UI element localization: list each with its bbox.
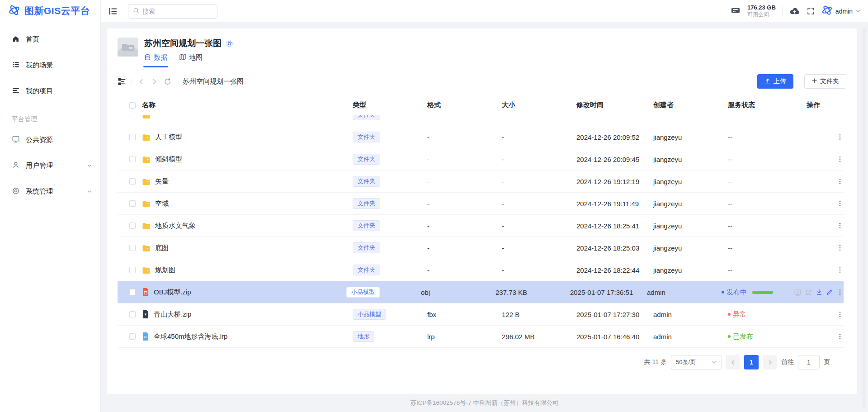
user-menu[interactable]: admin (821, 5, 861, 18)
breadcrumb[interactable]: 苏州空间规划一张图 (183, 77, 244, 86)
row-checkbox[interactable] (129, 134, 136, 140)
page-scrollbar[interactable] (863, 28, 866, 407)
tab-map[interactable]: 地图 (179, 53, 203, 67)
folder-icon (142, 115, 151, 119)
select-all-checkbox[interactable] (129, 102, 136, 109)
more-actions-icon[interactable] (836, 289, 844, 296)
row-checkbox[interactable] (129, 267, 136, 273)
file-name[interactable]: 全球450m地形含海底.lrp (154, 332, 227, 341)
sidebar-item-admin-0[interactable]: 公共资源 (0, 127, 100, 153)
file-name[interactable]: 青山大桥.zip (154, 310, 191, 319)
file-name[interactable]: 倾斜模型 (155, 155, 182, 164)
footer-text: 苏ICP备16002578号-7 中科图新（苏州）科技有限公司 (101, 394, 868, 412)
sidebar-item-main-1[interactable]: 我的场景 (0, 52, 100, 78)
table-row[interactable]: 文件夹 (118, 115, 844, 126)
more-actions-icon[interactable] (836, 244, 844, 251)
row-checkbox[interactable] (129, 311, 136, 317)
row-checkbox[interactable] (129, 289, 136, 295)
file-name[interactable]: 矢量 (155, 177, 169, 186)
more-actions-icon[interactable] (836, 156, 844, 163)
folder-icon (142, 200, 151, 208)
lrp-file-icon: Lrp (142, 332, 149, 341)
goto-page-input[interactable] (798, 355, 820, 369)
sidebar-item-label: 用户管理 (26, 161, 53, 170)
file-name[interactable]: OBJ模型.zip (154, 288, 191, 297)
table-row[interactable]: 青山大桥.zip小品模型fbx122 B2025-01-07 17:27:30a… (118, 303, 844, 326)
chevron-down-icon (87, 162, 92, 170)
table-row[interactable]: Lrp全球450m地形含海底.lrp地形lrp296.02 MB2025-01-… (118, 326, 844, 348)
download-icon[interactable] (816, 289, 823, 296)
service-status: -- (728, 133, 800, 141)
creator: admin (653, 311, 728, 318)
username: admin (835, 8, 853, 15)
table-row[interactable]: 矢量文件夹--2024-12-26 19:12:19jiangzeyu-- (118, 170, 844, 193)
gear-icon[interactable] (226, 40, 233, 47)
cloud-upload-icon[interactable] (789, 5, 800, 17)
type-badge: 文件夹 (353, 132, 380, 142)
row-checkbox[interactable] (129, 200, 136, 207)
row-checkbox[interactable] (129, 223, 136, 229)
refresh-icon[interactable] (164, 78, 171, 85)
more-actions-icon[interactable] (836, 200, 844, 207)
row-checkbox[interactable] (129, 178, 136, 185)
sidebar-item-admin-2[interactable]: 系统管理 (0, 179, 100, 204)
more-actions-icon[interactable] (836, 333, 844, 340)
share-icon[interactable] (805, 289, 812, 296)
home-icon (12, 35, 20, 44)
row-checkbox[interactable] (129, 156, 136, 162)
table-row[interactable]: 底图文件夹--2024-12-26 18:25:03jiangzeyu-- (118, 237, 844, 259)
more-actions-icon[interactable] (836, 266, 844, 274)
col-name: 名称 (142, 101, 353, 109)
table-row[interactable]: 规划图文件夹--2024-12-26 18:22:44jiangzeyu-- (118, 259, 844, 281)
file-name[interactable]: 底图 (155, 244, 169, 252)
tree-view-icon[interactable] (118, 77, 126, 86)
modified-time: 2024-12-26 19:11:49 (576, 200, 653, 208)
type-badge: 小品模型 (353, 309, 386, 320)
sidebar-item-admin-1[interactable]: 用户管理 (0, 153, 100, 179)
col-modified: 修改时间 (576, 101, 653, 109)
sidebar-item-label: 公共资源 (26, 136, 53, 144)
sidebar-item-main-0[interactable]: 首页 (0, 27, 100, 52)
file-name[interactable]: 空域 (155, 199, 169, 208)
edit-icon[interactable] (826, 289, 833, 296)
col-status: 服务状态 (728, 101, 800, 109)
more-actions-icon[interactable] (836, 222, 844, 229)
table-row[interactable]: 地质水文气象文件夹--2024-12-26 18:25:41jiangzeyu-… (118, 215, 844, 237)
sidebar: 图新GIS云平台 首页我的场景我的项目平台管理公共资源用户管理系统管理 (0, 0, 101, 412)
file-name[interactable]: 人工模型 (155, 133, 182, 142)
creator: jiangzeyu (653, 266, 728, 274)
more-actions-icon[interactable] (836, 311, 844, 318)
brand[interactable]: 图新GIS云平台 (0, 0, 100, 22)
file-name[interactable]: 地质水文气象 (155, 222, 196, 230)
fullscreen-icon[interactable] (807, 7, 815, 15)
next-page-button[interactable] (763, 355, 777, 369)
back-icon[interactable] (137, 78, 145, 85)
more-actions-icon[interactable] (836, 178, 844, 185)
more-actions-icon[interactable] (836, 133, 844, 141)
table-row[interactable]: OBJ模型.zip小品模型obj237.73 KB2025-01-07 17:3… (118, 281, 844, 303)
table-row[interactable]: 人工模型文件夹--2024-12-26 20:09:52jiangzeyu-- (118, 126, 844, 148)
upload-button[interactable]: 上传 (757, 74, 793, 89)
new-folder-button[interactable]: 文件夹 (804, 74, 846, 89)
fbx-file-icon (142, 310, 149, 318)
forward-icon[interactable] (151, 78, 158, 85)
row-checkbox[interactable] (129, 245, 136, 251)
table-row[interactable]: 空域文件夹--2024-12-26 19:11:49jiangzeyu-- (118, 193, 844, 215)
file-name[interactable]: 规划图 (155, 266, 175, 275)
type-badge: 小品模型 (346, 287, 380, 298)
table-row[interactable]: 倾斜模型文件夹--2024-12-26 20:09:45jiangzeyu-- (118, 148, 844, 170)
prev-page-button[interactable] (726, 355, 740, 369)
search-input[interactable] (142, 8, 210, 15)
row-checkbox[interactable] (129, 333, 136, 340)
video-preview-icon[interactable] (794, 289, 802, 296)
page-size-select[interactable]: 50条/页 (671, 355, 722, 369)
collapse-sidebar-icon[interactable] (108, 6, 118, 16)
col-format: 格式 (427, 101, 502, 109)
tabs: 数据地图 (144, 53, 233, 67)
search-box[interactable] (128, 4, 217, 19)
page-number-button[interactable]: 1 (744, 355, 759, 369)
service-status: -- (728, 222, 800, 230)
tab-data[interactable]: 数据 (144, 53, 167, 67)
sidebar-item-main-2[interactable]: 我的项目 (0, 78, 100, 104)
modified-time: 2024-12-26 18:22:44 (576, 266, 653, 274)
